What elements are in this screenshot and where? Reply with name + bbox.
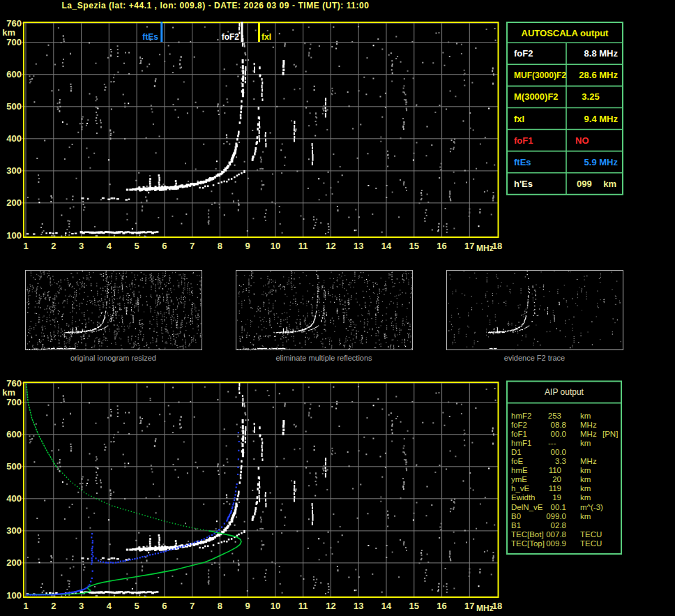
svg-text:110: 110 [549, 466, 561, 474]
svg-text:foF1: foF1 [511, 430, 527, 438]
svg-text:16: 16 [437, 241, 446, 251]
svg-text:17: 17 [464, 241, 474, 251]
svg-text:1: 1 [23, 241, 28, 251]
svg-text:hmF2: hmF2 [511, 412, 531, 420]
svg-text:08.8: 08.8 [551, 421, 566, 429]
svg-text:600: 600 [6, 429, 22, 440]
svg-text:h'Es: h'Es [514, 179, 533, 189]
svg-text:00.0: 00.0 [551, 430, 566, 438]
svg-text:foF2: foF2 [514, 48, 533, 59]
svg-text:300: 300 [6, 165, 22, 176]
svg-text:AUTOSCALA output: AUTOSCALA output [522, 28, 609, 38]
svg-text:9: 9 [245, 601, 250, 611]
svg-text:km: km [603, 179, 616, 189]
svg-text:original ionogram resized: original ionogram resized [70, 354, 156, 362]
svg-text:hmF1: hmF1 [511, 439, 531, 447]
svg-text:TECU: TECU [580, 539, 602, 548]
svg-text:m^(-3): m^(-3) [580, 503, 603, 511]
svg-text:500: 500 [6, 461, 22, 472]
svg-text:760: 760 [6, 378, 22, 389]
svg-text:16: 16 [437, 601, 446, 611]
svg-text:foE: foE [511, 457, 524, 465]
svg-text:700: 700 [6, 397, 22, 407]
svg-text:3.25: 3.25 [582, 91, 599, 102]
svg-text:6: 6 [162, 601, 167, 611]
svg-text:13: 13 [354, 241, 363, 251]
svg-text:9.4 MHz: 9.4 MHz [584, 114, 619, 124]
svg-text:17: 17 [464, 601, 474, 611]
svg-text:02.8: 02.8 [551, 521, 566, 529]
svg-text:007.8: 007.8 [546, 530, 566, 539]
svg-text:M(3000)F2: M(3000)F2 [514, 91, 559, 102]
svg-text:MUF(3000)F2: MUF(3000)F2 [514, 70, 566, 80]
svg-text:8: 8 [218, 601, 222, 611]
svg-text:500: 500 [6, 101, 22, 112]
svg-text:TECU: TECU [580, 530, 602, 539]
svg-text:km: km [580, 512, 591, 520]
svg-text:20: 20 [552, 475, 561, 483]
svg-text:km: km [580, 475, 591, 483]
svg-text:7: 7 [190, 241, 195, 251]
svg-text:5: 5 [134, 601, 139, 611]
svg-text:km: km [580, 493, 591, 502]
svg-text:MHz: MHz [580, 421, 597, 429]
svg-text:119: 119 [549, 484, 561, 493]
svg-text:fxI: fxI [514, 114, 524, 124]
svg-text:28.6 MHz: 28.6 MHz [579, 70, 618, 80]
svg-text:MHz: MHz [476, 603, 494, 613]
svg-text:AIP output: AIP output [545, 387, 584, 397]
svg-text:km: km [2, 27, 15, 38]
svg-text:ymE: ymE [511, 475, 527, 483]
svg-text:km: km [2, 387, 15, 398]
svg-text:100: 100 [6, 230, 22, 241]
svg-text:Ewidth: Ewidth [511, 493, 536, 502]
svg-text:099: 099 [577, 179, 592, 189]
svg-text:12: 12 [326, 241, 335, 251]
svg-text:MHz: MHz [580, 457, 597, 465]
svg-text:km: km [580, 466, 591, 474]
svg-text:009.9: 009.9 [546, 539, 566, 548]
svg-text:6: 6 [162, 241, 167, 251]
svg-text:3.3: 3.3 [555, 457, 566, 465]
svg-text:h_vE: h_vE [511, 484, 530, 493]
svg-text:14: 14 [381, 601, 392, 611]
svg-text:4: 4 [107, 241, 112, 251]
svg-text:eliminate multiple reflections: eliminate multiple reflections [275, 354, 372, 362]
svg-text:300: 300 [6, 525, 22, 536]
svg-text:---: --- [548, 439, 556, 447]
svg-text:1: 1 [23, 601, 28, 611]
svg-text:fxI: fxI [261, 32, 271, 42]
svg-text:4: 4 [107, 601, 112, 611]
svg-text:253: 253 [548, 412, 561, 420]
svg-text:foF2: foF2 [511, 421, 527, 429]
svg-text:evidence F2 trace: evidence F2 trace [504, 354, 565, 362]
svg-text:10: 10 [271, 241, 280, 251]
svg-text:099.0: 099.0 [546, 512, 566, 520]
svg-text:TEC[Top]: TEC[Top] [511, 539, 545, 548]
svg-text:[PN]: [PN] [602, 430, 618, 438]
svg-text:8.8 MHz: 8.8 MHz [584, 48, 619, 59]
svg-text:12: 12 [326, 601, 335, 611]
svg-text:10: 10 [271, 601, 280, 611]
svg-text:MHz: MHz [580, 430, 597, 438]
svg-text:200: 200 [6, 197, 22, 208]
svg-text:700: 700 [6, 37, 22, 47]
svg-text:14: 14 [381, 241, 392, 251]
svg-text:La_Spezia (lat: +44.1 , lon: 0: La_Spezia (lat: +44.1 , lon: 009.8) - DA… [61, 1, 369, 10]
svg-text:B1: B1 [511, 521, 521, 529]
svg-text:km: km [580, 412, 591, 420]
svg-text:400: 400 [6, 493, 22, 504]
svg-text:760: 760 [6, 18, 22, 29]
svg-text:2: 2 [51, 241, 56, 251]
svg-text:11: 11 [298, 241, 308, 251]
svg-text:100: 100 [6, 590, 22, 601]
svg-text:600: 600 [6, 69, 22, 80]
svg-text:13: 13 [354, 601, 363, 611]
svg-text:200: 200 [6, 557, 22, 568]
svg-text:19: 19 [552, 493, 561, 502]
svg-text:foF1: foF1 [514, 135, 533, 146]
svg-text:18: 18 [492, 601, 502, 611]
svg-text:3: 3 [79, 241, 84, 251]
svg-text:5: 5 [134, 241, 139, 251]
svg-text:11: 11 [298, 601, 308, 611]
